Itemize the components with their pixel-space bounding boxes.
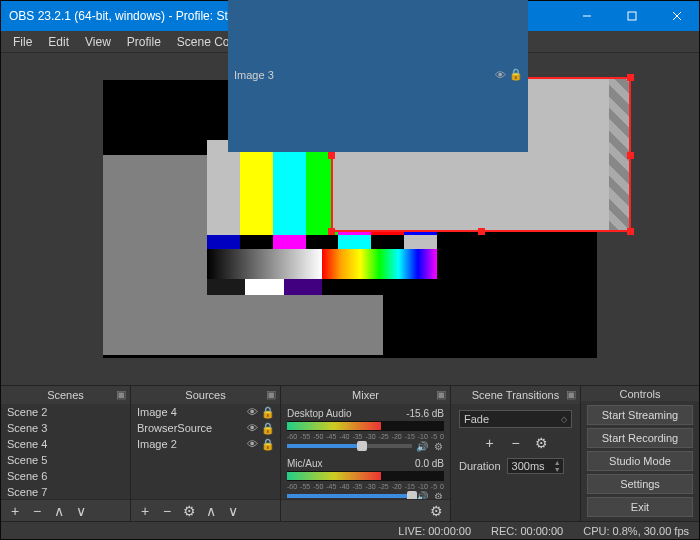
menu-file[interactable]: File (5, 33, 40, 51)
panel-controls: Controls Start Streaming Start Recording… (581, 386, 699, 521)
scene-row[interactable]: Scene 5 (1, 452, 130, 468)
status-bar: LIVE: 00:00:00 REC: 00:00:00 CPU: 0.8%, … (1, 521, 699, 540)
gear-icon[interactable]: ⚙ (432, 440, 444, 452)
resize-handle-w[interactable] (328, 152, 335, 159)
sources-toolbar: + − ⚙ ∧ ∨ (131, 499, 280, 521)
scene-row[interactable]: Scene 7 (1, 484, 130, 499)
panel-popout-icon[interactable]: ▣ (566, 388, 576, 401)
menu-edit[interactable]: Edit (40, 33, 77, 51)
resize-handle-ne[interactable] (627, 74, 634, 81)
minimize-button[interactable] (564, 1, 609, 31)
source-row[interactable]: Image 4👁🔒 (131, 404, 280, 420)
scenes-list[interactable]: Scene 1Scene 2Scene 3Scene 4Scene 5Scene… (1, 404, 130, 499)
panel-mixer: Mixer▣ Desktop Audio-15.6 dB-60-55-50-45… (281, 386, 451, 521)
lock-icon[interactable]: 🔒 (262, 438, 274, 450)
sources-list[interactable]: Image 4👁🔒Image 3👁🔒BrowserSource👁🔒Image 2… (131, 404, 280, 499)
source-row[interactable]: BrowserSource👁🔒 (131, 420, 280, 436)
start-recording-button[interactable]: Start Recording (587, 428, 693, 448)
source-row[interactable]: Image 2👁🔒 (131, 436, 280, 452)
speaker-icon[interactable]: 🔊 (416, 440, 428, 452)
transition-settings-button[interactable]: ⚙ (532, 434, 552, 452)
resize-handle-se[interactable] (627, 228, 634, 235)
panel-sources: Sources▣ Image 4👁🔒Image 3👁🔒BrowserSource… (131, 386, 281, 521)
status-cpu: CPU: 0.8%, 30.00 fps (583, 525, 689, 537)
audio-meter (287, 421, 444, 431)
menu-view[interactable]: View (77, 33, 119, 51)
lock-icon[interactable]: 🔒 (262, 406, 274, 418)
status-live: LIVE: 00:00:00 (398, 525, 471, 537)
eye-icon[interactable]: 👁 (246, 406, 258, 418)
audio-meter (287, 471, 444, 481)
sources-remove-button[interactable]: − (157, 502, 177, 520)
volume-slider[interactable] (287, 494, 412, 498)
scenes-remove-button[interactable]: − (27, 502, 47, 520)
mixer-title: Mixer (352, 389, 379, 401)
scene-row[interactable]: Scene 6 (1, 468, 130, 484)
transition-select[interactable]: Fade◇ (459, 410, 572, 428)
mixer-track: Mic/Aux0.0 dB-60-55-50-45-40-35-30-25-20… (287, 458, 444, 499)
sources-title: Sources (185, 389, 225, 401)
scene-row[interactable]: Scene 4 (1, 436, 130, 452)
scenes-toolbar: + − ∧ ∨ (1, 499, 130, 521)
lock-icon[interactable]: 🔒 (262, 422, 274, 434)
sources-add-button[interactable]: + (135, 502, 155, 520)
settings-button[interactable]: Settings (587, 474, 693, 494)
mixer-toolbar: ⚙ (281, 499, 450, 521)
panel-popout-icon[interactable]: ▣ (116, 388, 126, 401)
panel-popout-icon[interactable]: ▣ (436, 388, 446, 401)
exit-button[interactable]: Exit (587, 497, 693, 517)
status-rec: REC: 00:00:00 (491, 525, 563, 537)
scene-row[interactable]: Scene 3 (1, 420, 130, 436)
resize-handle-e[interactable] (627, 152, 634, 159)
studio-mode-button[interactable]: Studio Mode (587, 451, 693, 471)
sources-down-button[interactable]: ∨ (223, 502, 243, 520)
transitions-title: Scene Transitions (472, 389, 559, 401)
scenes-up-button[interactable]: ∧ (49, 502, 69, 520)
mixer-settings-button[interactable]: ⚙ (426, 502, 446, 520)
maximize-button[interactable] (609, 1, 654, 31)
transition-remove-button[interactable]: − (506, 434, 526, 452)
svg-rect-1 (628, 12, 636, 20)
mixer-track: Desktop Audio-15.6 dB-60-55-50-45-40-35-… (287, 408, 444, 452)
close-button[interactable] (654, 1, 699, 31)
mixer-body: Desktop Audio-15.6 dB-60-55-50-45-40-35-… (281, 404, 450, 499)
scenes-add-button[interactable]: + (5, 502, 25, 520)
speaker-icon[interactable]: 🔊 (416, 490, 428, 499)
sources-up-button[interactable]: ∧ (201, 502, 221, 520)
volume-slider[interactable] (287, 444, 412, 448)
gear-icon[interactable]: ⚙ (432, 490, 444, 499)
controls-title: Controls (620, 388, 661, 400)
eye-icon[interactable]: 👁 (246, 422, 258, 434)
transition-add-button[interactable]: + (480, 434, 500, 452)
panel-popout-icon[interactable]: ▣ (266, 388, 276, 401)
resize-handle-s[interactable] (478, 228, 485, 235)
eye-icon[interactable]: 👁 (246, 438, 258, 450)
duration-spinbox[interactable]: 300ms▲▼ (507, 458, 564, 474)
start-streaming-button[interactable]: Start Streaming (587, 405, 693, 425)
sources-settings-button[interactable]: ⚙ (179, 502, 199, 520)
menu-profile[interactable]: Profile (119, 33, 169, 51)
docks: Scenes▣ Scene 1Scene 2Scene 3Scene 4Scen… (1, 385, 699, 521)
scenes-down-button[interactable]: ∨ (71, 502, 91, 520)
resize-handle-sw[interactable] (328, 228, 335, 235)
duration-label: Duration (459, 460, 501, 472)
panel-transitions: Scene Transitions▣ Fade◇ + − ⚙ Duration … (451, 386, 581, 521)
scene-row[interactable]: Scene 2 (1, 404, 130, 420)
panel-scenes: Scenes▣ Scene 1Scene 2Scene 3Scene 4Scen… (1, 386, 131, 521)
scenes-title: Scenes (47, 389, 84, 401)
